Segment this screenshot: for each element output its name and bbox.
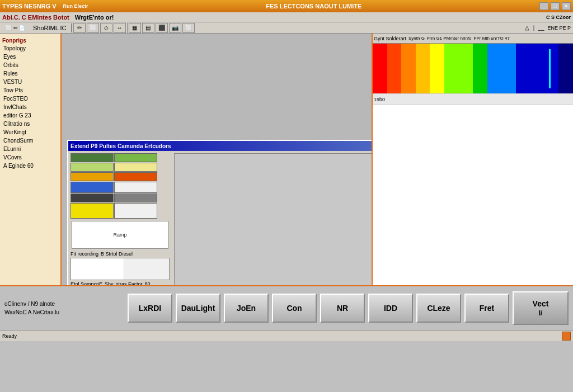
b-style-label: B Strtol Diesel (101, 251, 133, 257)
status-text: Ready (2, 333, 17, 339)
bar-blue (487, 44, 516, 93)
close-button[interactable]: × (562, 2, 571, 10)
sidebar-item-focsteo[interactable]: FocSTEO (2, 95, 58, 102)
nr-button[interactable]: NR (320, 294, 365, 323)
bar-green (473, 44, 487, 93)
sidebar-item-elunni[interactable]: ELunni (2, 145, 58, 153)
swatch-5[interactable] (114, 172, 157, 181)
right-panel: Gynt Solderart Synth G Frm G1 PM/nter hr… (372, 34, 573, 285)
ramp-label: Ramp (113, 232, 126, 238)
swatch-3[interactable] (114, 163, 157, 172)
app-file-label: Abi.C. C EMIntes Botot (2, 14, 69, 21)
right-tabs: Gynt Solderart Synth G Frm G1 PM/nter hr… (373, 34, 573, 44)
bar-yellow-orange (416, 44, 430, 93)
main-layout: Fonprigs Topology Eyes Orbits Rules VEST… (0, 34, 573, 285)
swatch-4[interactable] (71, 172, 114, 181)
sidebar-item-chondsurm[interactable]: ChondSurm (2, 137, 58, 144)
title-controls: _ □ × (539, 2, 571, 10)
toolbar-rect-btn[interactable]: ⬜ (87, 23, 99, 33)
spectrum-marker (549, 49, 551, 88)
total-somnote-label: Etol SomncriE (71, 281, 102, 285)
sidebar-item-tow[interactable]: Tow Pts (2, 87, 58, 94)
right-tab-2[interactable]: Synth G (408, 36, 425, 41)
sidebar-item-vestu[interactable]: VESTU (2, 78, 58, 86)
sidebar-item-eginde[interactable]: A Eginde 60 (2, 162, 58, 169)
sidebar-item-wurkingt[interactable]: WurKingt (2, 129, 58, 136)
lxrdi-button[interactable]: LxRDI (128, 294, 172, 323)
bar-yellow (430, 44, 444, 93)
bottom-buttons: LxRDI DauLight JoEn Con NR IDD CLeze Fre… (128, 291, 569, 325)
spectrum-display: 19b0 (373, 44, 573, 105)
sidebar-item-rules2[interactable]: Rules (2, 70, 58, 77)
right-tab-1[interactable]: Gynt Solderart (374, 36, 406, 41)
info-line2: WaxNoC A NeCrtax.lu (4, 309, 125, 315)
toolbar-table-btn[interactable]: ▤ (142, 23, 154, 33)
app-brand: TYPES NESNRG V (2, 3, 57, 10)
toolbar-copy-btn[interactable]: ⬛ (156, 23, 168, 33)
fit-recording-label: Fit recording (71, 251, 98, 257)
bar-navy (558, 44, 573, 93)
right-tab-4[interactable]: FPr Mth unrTO 47 (474, 36, 510, 41)
swatch-11[interactable] (114, 203, 157, 219)
shy-label: Shy (105, 281, 114, 285)
info-line1: oClinenv / N9 alnote (4, 301, 125, 307)
chart-left (71, 258, 124, 280)
fret-button[interactable]: Fret (464, 294, 509, 323)
con-button[interactable]: Con (272, 294, 317, 323)
fit-recording-row: Fit recording B Strtol Diesel (71, 251, 170, 257)
title-center: FES LECTCONS NAOUT LUMITE (266, 3, 361, 10)
toolbar-sel-btn[interactable]: ◇ (100, 23, 112, 33)
app-subtitle: Run Electr (63, 3, 88, 9)
toolbar-pencil-btn[interactable]: ✏ (73, 23, 86, 33)
ntras-factor-label: ntras Factor (116, 281, 143, 285)
title-bar-left: TYPES NESNRG V Run Electr (2, 3, 88, 10)
bottom-labels: Etol SomncriE Shy ntras Factor 80 (71, 281, 170, 285)
status-indicator[interactable] (562, 332, 571, 341)
menu-help-label: △ ｜ __ (525, 24, 544, 32)
scale-label: 19b0 (374, 97, 385, 102)
toolbar-grid-btn[interactable]: ▦ (129, 23, 141, 33)
vector-button[interactable]: Vect I/ (513, 291, 569, 325)
swatch-2[interactable] (71, 163, 114, 172)
sidebar-item-invlchats[interactable]: InvlChats (2, 103, 58, 111)
idd-button[interactable]: IDD (368, 294, 413, 323)
sidebar-item-editor[interactable]: editor G 23 (2, 112, 58, 119)
swatch-7[interactable] (114, 182, 157, 193)
title-bar: TYPES NESNRG V Run Electr FES LECTCONS N… (0, 0, 573, 12)
sidebar-item-vcovrs[interactable]: VCovrs (2, 154, 58, 161)
bar-red-orange (387, 44, 402, 93)
bottom-bar: oClinenv / N9 alnote WaxNoC A NeCrtax.lu… (0, 285, 573, 330)
daulight-button[interactable]: DauLight (176, 294, 220, 323)
sidebar-title: Fonprigs (2, 37, 58, 44)
swatch-0[interactable] (71, 153, 114, 162)
menu-file[interactable]: ShoRIML IC (30, 24, 70, 32)
sidebar-item-eyes[interactable]: Topology (2, 45, 58, 52)
swatch-8[interactable] (71, 193, 114, 202)
toolbar-move-btn[interactable]: ↔ (114, 23, 126, 33)
toolbar-extra-btn[interactable]: ⬜ (182, 23, 195, 33)
sidebar-item-clitratio[interactable]: Clitratio ns (2, 120, 58, 127)
cleze-button[interactable]: CLeze (416, 294, 461, 323)
maximize-button[interactable]: □ (551, 2, 560, 10)
zoom-label: C S CZoor (546, 15, 571, 20)
joen-button[interactable]: JoEn (224, 294, 269, 323)
swatch-6[interactable] (71, 182, 114, 193)
app-title-bar: Abi.C. C EMIntes Botot WrgtE'nto or! C S… (0, 12, 573, 22)
swatch-1[interactable] (114, 153, 157, 162)
toolbar-cam-btn[interactable]: 📷 (169, 23, 181, 33)
swatch-10[interactable] (71, 203, 114, 219)
vector-label: Vect (533, 299, 549, 308)
status-bar: Ready (0, 330, 573, 341)
sidebar-item-rules[interactable]: Orbits (2, 62, 58, 69)
sep1 (127, 23, 128, 33)
ramp-area: Ramp (72, 221, 168, 249)
swatch-9[interactable] (114, 193, 157, 202)
vector-sub-label: I/ (539, 309, 543, 317)
menu-shortcut: ⬜ ✏ 📄 (2, 25, 29, 31)
content-area: Extend P9 Pultes Camunda Ertcudors × (62, 34, 372, 285)
toolbar-label: WrgtE'nto or! (75, 14, 114, 21)
color-palette (71, 153, 157, 219)
right-tab-3[interactable]: Frm G1 PM/nter hrinfo (427, 36, 472, 41)
minimize-button[interactable]: _ (539, 2, 548, 10)
sidebar-item-orbits[interactable]: Eyes (2, 53, 58, 60)
